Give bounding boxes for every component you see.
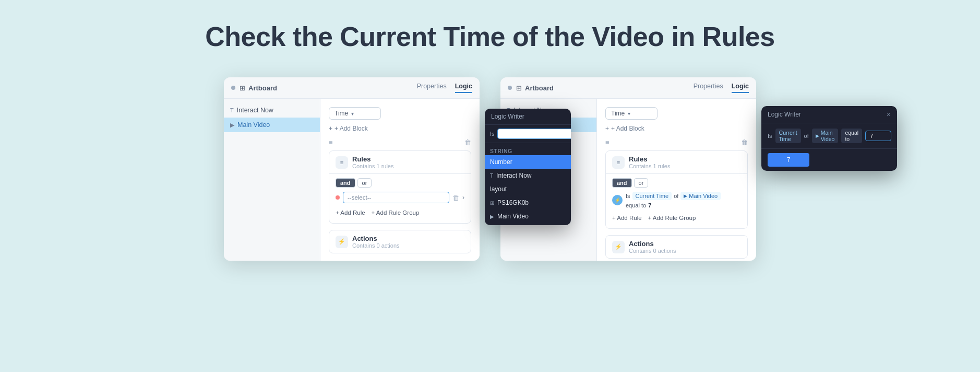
lw-video-label-1: Main Video [497, 213, 529, 220]
rule-equal-to-2: equal to [626, 202, 646, 208]
time-dropdown-1: Time ▾ [329, 107, 471, 120]
rules-header-1: ≡ Rules Contains 1 rules [329, 151, 471, 174]
or-button-2[interactable]: or [634, 178, 649, 188]
rule-select-label-1: --select-- [348, 194, 371, 201]
delete-icon-1[interactable]: 🗑 [464, 138, 471, 146]
and-button-1[interactable]: and [336, 178, 355, 188]
rules-header-2: ≡ Rules Contains 1 rules [606, 151, 747, 174]
lw2-close-btn[interactable]: × [887, 110, 891, 119]
time-label-1: Time [334, 110, 348, 117]
lw-item-video-1[interactable]: ▶ Main Video [485, 210, 571, 223]
lw2-result-value: 7 [768, 153, 809, 167]
and-button-2[interactable]: and [612, 178, 632, 188]
lw-interact-label-1: Interact Now [496, 172, 531, 179]
tab-properties-2[interactable]: Properties [694, 83, 723, 93]
lw2-equal-to-label: equal to [845, 130, 858, 142]
add-rule-group-btn-2[interactable]: + Add Rule Group [648, 215, 696, 221]
rules-subtitle-1: Contains 1 rules [352, 163, 394, 169]
actions-header-2: ⚡ Actions Contains 0 actions [606, 236, 747, 258]
lw-layout-label-1: layout [490, 185, 507, 193]
actions-subtitle-2: Contains 0 actions [629, 248, 676, 254]
lw-search-1: Is [485, 125, 571, 143]
actions-subtitle-1: Contains 0 actions [352, 242, 400, 249]
lw-item-number-1[interactable]: Number [485, 155, 571, 169]
lw2-video-icon: ▶ [816, 133, 819, 138]
rule-current-time-tag-2: Current Time [632, 192, 672, 200]
rule-of-2: of [674, 193, 678, 199]
lw-item-ps-1[interactable]: ⊞ PS16GK0b [485, 196, 571, 210]
equals-icon-2: ≡ [605, 138, 609, 146]
header-dot-1 [231, 86, 235, 90]
actions-block-1: ⚡ Actions Contains 0 actions [329, 230, 471, 253]
actions-info-2: Actions Contains 0 actions [629, 240, 676, 254]
delete-icon-2[interactable]: 🗑 [741, 138, 748, 146]
rules-icon-1: ≡ [336, 156, 348, 169]
rules-header-left-2: ≡ Rules Contains 1 rules [612, 155, 671, 169]
rule-value-2: 7 [648, 202, 651, 208]
add-rule-group-label-1: + Add Rule Group [372, 210, 420, 216]
lw-search-input-1[interactable] [498, 129, 571, 138]
or-button-1[interactable]: or [357, 178, 372, 188]
rules-title-1: Rules [352, 155, 394, 163]
time-dropdown-2: Time ▾ [605, 107, 748, 120]
header-dot-2 [508, 86, 512, 90]
add-block-btn-1[interactable]: + + Add Block [329, 125, 471, 132]
add-rule-btn-1[interactable]: + Add Rule [336, 210, 365, 216]
plus-icon-add-block-2: + [605, 125, 609, 132]
lw2-value-input[interactable] [865, 131, 891, 141]
sidebar-1: T Interact Now ▶ Main Video [224, 99, 320, 261]
rules-block-header-1: ≡ 🗑 [329, 138, 471, 146]
dropdown-arrow-2: ▾ [628, 111, 630, 117]
rule-arrow-1: › [462, 194, 464, 201]
add-block-label-2: + Add Block [611, 125, 644, 132]
lw-header-1: Logic Writer [485, 109, 571, 125]
main-content-1: Time ▾ + + Add Block ≡ 🗑 [320, 99, 480, 261]
tab-properties-1[interactable]: Properties [417, 83, 447, 93]
add-rule-btn-2[interactable]: + Add Rule [612, 215, 642, 221]
add-rule-label-1: + Add Rule [336, 210, 365, 216]
text-icon-1: T [230, 107, 234, 113]
lw2-main-video-label: Main Video [821, 130, 835, 142]
lw-is-label-1: Is [490, 131, 495, 137]
plus-icon-add-block-1: + [329, 125, 332, 132]
sidebar-item-interact-now-1[interactable]: T Interact Now [224, 103, 320, 118]
add-block-btn-2[interactable]: + + Add Block [605, 125, 748, 132]
rule-select-1[interactable]: --select-- [343, 192, 449, 203]
lw2-search-row: Is Current Time of ▶ Main Video equal to [761, 123, 897, 149]
actions-icon-1: ⚡ [336, 236, 348, 248]
actions-icon-2: ⚡ [612, 241, 625, 253]
lw2-equal-to-tag: equal to [841, 129, 862, 143]
tab-logic-2[interactable]: Logic [732, 83, 749, 93]
rules-subtitle-2: Contains 1 rules [629, 163, 671, 169]
add-rule-group-btn-1[interactable]: + Add Rule Group [372, 210, 420, 216]
lw-cat-string-1: String [485, 145, 571, 155]
lw2-is-label: Is [768, 133, 772, 139]
rule-current-time-label-2: Current Time [636, 193, 669, 199]
artboard-title-1: Artboard [248, 84, 277, 92]
lw-number-label-1: Number [490, 158, 512, 166]
rule-row-2: ⚡ Is Current Time of ▶ Main Vi [612, 192, 741, 208]
tab-logic-1[interactable]: Logic [455, 83, 472, 93]
actions-info-1: Actions Contains 0 actions [352, 235, 400, 249]
sidebar-item-main-video-1[interactable]: ▶ Main Video [224, 118, 320, 132]
rule-dot-1 [336, 195, 340, 200]
panel-1-window: ⊞ Artboard Properties Logic T Interact N… [224, 77, 480, 261]
time-select-2[interactable]: Time ▾ [605, 107, 658, 120]
lw2-current-time-label: Current Time [779, 130, 797, 142]
rules-title-2: Rules [629, 155, 671, 163]
window-header-2: ⊞ Artboard Properties Logic [500, 77, 756, 99]
rules-icon-2: ≡ [612, 156, 625, 169]
rules-block-1: ≡ Rules Contains 1 rules and [329, 150, 471, 224]
lw-item-interact-1[interactable]: T Interact Now [485, 169, 571, 182]
lw2-main-video-tag: ▶ Main Video [812, 129, 839, 143]
time-select-1[interactable]: Time ▾ [329, 107, 381, 120]
logic-writer-1: Logic Writer Is String Number T Interact… [485, 109, 571, 225]
lw-video-icon-1: ▶ [490, 214, 494, 219]
equals-icon-1: ≡ [329, 138, 333, 146]
rule-dot-blue-2: ⚡ [612, 195, 623, 205]
main-content-2: Time ▾ + + Add Block ≡ 🗑 [597, 99, 756, 261]
rules-block-header-2: ≡ 🗑 [605, 138, 748, 146]
lw-item-layout-1[interactable]: layout [485, 182, 571, 196]
logic-writer-2: Logic Writer × Is Current Time of ▶ Main… [761, 106, 897, 171]
rule-delete-1[interactable]: 🗑 [452, 194, 459, 202]
